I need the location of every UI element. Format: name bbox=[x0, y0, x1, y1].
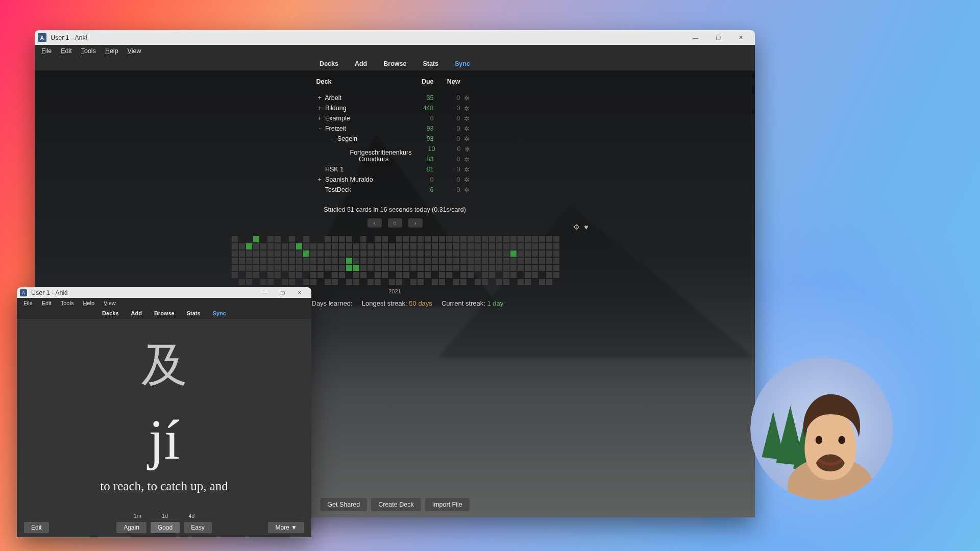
heatmap-cell[interactable] bbox=[403, 265, 409, 271]
gear-icon[interactable]: ✲ bbox=[461, 145, 474, 153]
heatmap-cell[interactable] bbox=[410, 236, 416, 242]
heatmap-cell[interactable] bbox=[432, 258, 438, 264]
heatmap-cell[interactable] bbox=[546, 258, 552, 264]
gear-icon[interactable]: ✲ bbox=[460, 166, 474, 173]
heatmap-cell[interactable] bbox=[503, 258, 509, 264]
heatmap-cell[interactable] bbox=[425, 236, 431, 242]
heatmap-cell[interactable] bbox=[518, 236, 524, 242]
heatmap-cell[interactable] bbox=[453, 258, 459, 264]
heatmap-cell[interactable] bbox=[475, 258, 481, 264]
deck-row[interactable]: + Example00✲ bbox=[316, 113, 474, 123]
heatmap-cell[interactable] bbox=[439, 251, 445, 257]
heatmap-cell[interactable] bbox=[425, 265, 431, 271]
heatmap-cell[interactable] bbox=[532, 265, 538, 271]
heatmap-cell[interactable] bbox=[525, 279, 531, 285]
heatmap-cell[interactable] bbox=[425, 258, 431, 264]
heatmap-cell[interactable] bbox=[460, 243, 467, 249]
heatmap-cell[interactable] bbox=[289, 236, 295, 242]
heatmap-cell[interactable] bbox=[382, 265, 388, 271]
heatmap-cell[interactable] bbox=[418, 243, 424, 249]
heatmap-cell[interactable] bbox=[403, 272, 409, 278]
heatmap-cell[interactable] bbox=[382, 251, 388, 257]
heatmap-cell[interactable] bbox=[325, 251, 331, 257]
heatmap-cell[interactable] bbox=[460, 258, 467, 264]
maximize-icon[interactable]: ▢ bbox=[707, 30, 729, 45]
heatmap-cell[interactable] bbox=[425, 243, 431, 249]
heatmap-cell[interactable] bbox=[539, 243, 545, 249]
heatmap-cell[interactable] bbox=[260, 279, 266, 285]
expand-toggle-icon[interactable]: + bbox=[316, 105, 324, 112]
heatmap-cell[interactable] bbox=[518, 243, 524, 249]
heatmap-cell[interactable] bbox=[503, 243, 509, 249]
heatmap-cell[interactable] bbox=[317, 243, 324, 249]
heatmap-cell[interactable] bbox=[296, 272, 302, 278]
heatmap-cell[interactable] bbox=[375, 251, 381, 257]
heatmap-cell[interactable] bbox=[460, 272, 467, 278]
heatmap-cell[interactable] bbox=[532, 258, 538, 264]
heatmap-cell[interactable] bbox=[389, 251, 395, 257]
heatmap-settings-icon[interactable]: ⚙ bbox=[573, 223, 580, 231]
tab-add[interactable]: Add bbox=[131, 310, 142, 316]
heatmap-cell[interactable] bbox=[546, 251, 552, 257]
heatmap-cell[interactable] bbox=[239, 258, 245, 264]
heatmap-cell[interactable] bbox=[518, 279, 524, 285]
heatmap-cell[interactable] bbox=[267, 236, 274, 242]
heatmap-cell[interactable] bbox=[539, 279, 545, 285]
heatmap-cell[interactable] bbox=[532, 236, 538, 242]
heatmap-cell[interactable] bbox=[496, 236, 502, 242]
heatmap-cell[interactable] bbox=[375, 272, 381, 278]
close-icon[interactable]: ✕ bbox=[729, 30, 752, 45]
import-file-button[interactable]: Import File bbox=[425, 498, 470, 511]
more-button[interactable]: More ▼ bbox=[268, 522, 304, 533]
heatmap-cell[interactable] bbox=[317, 258, 324, 264]
heatmap-cell[interactable] bbox=[325, 236, 331, 242]
tab-stats[interactable]: Stats bbox=[423, 60, 438, 67]
heatmap-cell[interactable] bbox=[460, 251, 467, 257]
heatmap-cell[interactable] bbox=[282, 243, 288, 249]
heatmap-cell[interactable] bbox=[482, 279, 488, 285]
heatmap-cell[interactable] bbox=[310, 243, 316, 249]
heatmap-cell[interactable] bbox=[275, 258, 281, 264]
heatmap-cell[interactable] bbox=[403, 243, 409, 249]
heatmap-cell[interactable] bbox=[267, 265, 274, 271]
heatmap-cell[interactable] bbox=[403, 251, 409, 257]
heatmap-cell[interactable] bbox=[267, 243, 274, 249]
heatmap-cell[interactable] bbox=[453, 265, 459, 271]
heatmap-cell[interactable] bbox=[246, 258, 252, 264]
heatmap-cell[interactable] bbox=[332, 243, 338, 249]
heatmap-cell[interactable] bbox=[489, 272, 495, 278]
minimize-icon[interactable]: — bbox=[256, 287, 274, 298]
menu-tools[interactable]: Tools bbox=[57, 299, 78, 307]
heatmap-cell[interactable] bbox=[253, 251, 259, 257]
heatmap-cell[interactable] bbox=[553, 236, 559, 242]
heatmap-cell[interactable] bbox=[460, 236, 467, 242]
heatmap-cell[interactable] bbox=[389, 243, 395, 249]
good-button[interactable]: Good bbox=[151, 522, 180, 533]
heatmap-cell[interactable] bbox=[510, 265, 517, 271]
heatmap-cell[interactable] bbox=[432, 265, 438, 271]
expand-toggle-icon[interactable]: + bbox=[316, 115, 324, 122]
heatmap-cell[interactable] bbox=[317, 251, 324, 257]
heatmap-cell[interactable] bbox=[489, 265, 495, 271]
heatmap-cell[interactable] bbox=[418, 251, 424, 257]
heatmap-cell[interactable] bbox=[332, 251, 338, 257]
heatmap-cell[interactable] bbox=[253, 265, 259, 271]
heatmap-cell[interactable] bbox=[303, 243, 309, 249]
heatmap-cell[interactable] bbox=[310, 251, 316, 257]
heatmap-cell[interactable] bbox=[510, 272, 517, 278]
heatmap-cell[interactable] bbox=[496, 258, 502, 264]
heatmap-cell[interactable] bbox=[382, 236, 388, 242]
heatmap-cell[interactable] bbox=[375, 265, 381, 271]
heatmap-cell[interactable] bbox=[503, 279, 509, 285]
tab-decks[interactable]: Decks bbox=[102, 310, 118, 316]
heatmap-cell[interactable] bbox=[546, 236, 552, 242]
heatmap-cell[interactable] bbox=[546, 265, 552, 271]
heatmap-cell[interactable] bbox=[246, 279, 252, 285]
tab-browse[interactable]: Browse bbox=[154, 310, 175, 316]
heatmap-cell[interactable] bbox=[432, 236, 438, 242]
heatmap-cell[interactable] bbox=[525, 236, 531, 242]
heatmap-cell[interactable] bbox=[525, 258, 531, 264]
heatmap-cell[interactable] bbox=[232, 272, 238, 278]
heatmap-cell[interactable] bbox=[282, 279, 288, 285]
heatmap-cell[interactable] bbox=[396, 272, 402, 278]
